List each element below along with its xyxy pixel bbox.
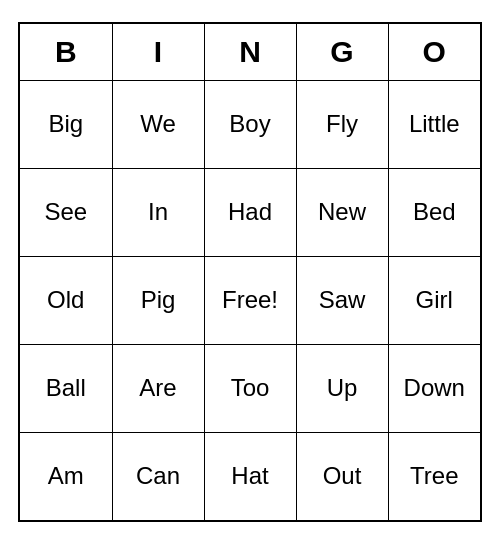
cell-r1-c3: New [296, 168, 388, 256]
header-row: BINGO [20, 24, 480, 80]
header-col-n: N [204, 24, 296, 80]
cell-r0-c3: Fly [296, 80, 388, 168]
cell-r4-c2: Hat [204, 432, 296, 520]
cell-r1-c4: Bed [388, 168, 480, 256]
table-row: BallAreTooUpDown [20, 344, 480, 432]
cell-r3-c2: Too [204, 344, 296, 432]
cell-r4-c0: Am [20, 432, 112, 520]
cell-r1-c2: Had [204, 168, 296, 256]
cell-r2-c1: Pig [112, 256, 204, 344]
cell-r0-c0: Big [20, 80, 112, 168]
header-col-g: G [296, 24, 388, 80]
bingo-table: BINGO BigWeBoyFlyLittleSeeInHadNewBedOld… [20, 24, 480, 520]
cell-r1-c0: See [20, 168, 112, 256]
cell-r4-c4: Tree [388, 432, 480, 520]
cell-r3-c4: Down [388, 344, 480, 432]
cell-r0-c2: Boy [204, 80, 296, 168]
cell-r0-c4: Little [388, 80, 480, 168]
cell-r2-c4: Girl [388, 256, 480, 344]
cell-r0-c1: We [112, 80, 204, 168]
table-row: SeeInHadNewBed [20, 168, 480, 256]
header-col-i: I [112, 24, 204, 80]
cell-r3-c1: Are [112, 344, 204, 432]
table-row: AmCanHatOutTree [20, 432, 480, 520]
cell-r3-c0: Ball [20, 344, 112, 432]
cell-r2-c2: Free! [204, 256, 296, 344]
bingo-card: BINGO BigWeBoyFlyLittleSeeInHadNewBedOld… [18, 22, 482, 522]
cell-r2-c0: Old [20, 256, 112, 344]
cell-r4-c1: Can [112, 432, 204, 520]
cell-r1-c1: In [112, 168, 204, 256]
cell-r3-c3: Up [296, 344, 388, 432]
table-row: BigWeBoyFlyLittle [20, 80, 480, 168]
header-col-o: O [388, 24, 480, 80]
table-row: OldPigFree!SawGirl [20, 256, 480, 344]
cell-r4-c3: Out [296, 432, 388, 520]
header-col-b: B [20, 24, 112, 80]
cell-r2-c3: Saw [296, 256, 388, 344]
